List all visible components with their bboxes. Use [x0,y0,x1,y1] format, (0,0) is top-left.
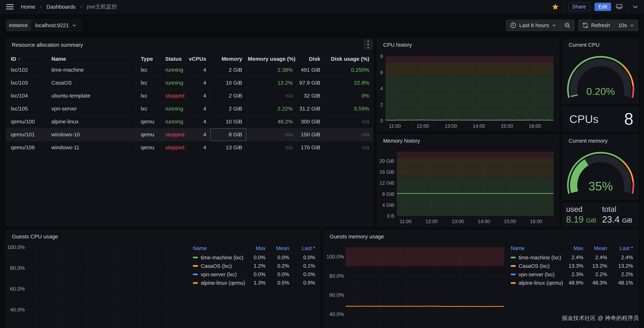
memory-history-chart[interactable]: 0 B4 GiB8 GiB12 GiB16 GiB20 GiB11:0012:0… [377,135,559,226]
legend-series-name[interactable]: vpn-server (lxc) [518,271,554,277]
table-row-qemu-100[interactable]: qemu/100alpine-linuxqemurunning410 GiB48… [6,115,373,128]
cell-name: windows-11 [46,141,136,154]
refresh-interval-dropdown[interactable]: 10s [614,20,638,31]
panel-menu-icon[interactable] [363,39,373,50]
cell-mem_usage: 2.22% [246,102,297,115]
series-color-swatch [193,282,198,284]
legend-series-name[interactable]: alpine-linux (qemu) [201,280,245,286]
cpus-value: 8 [624,110,634,129]
threshold-band-yellow [386,63,554,76]
threshold-band-yellow [397,158,554,177]
column-header-id[interactable]: ID↑ [6,54,46,63]
legend-series-name[interactable]: CasaOS (lxc) [518,263,550,269]
table-row-qemu-106[interactable]: qemu/106windows-11qemustopped413 GiBn/a1… [6,141,373,154]
legend-last-value: 2.2% [608,270,634,279]
series-color-swatch [511,282,516,284]
cell-disk: 150 GiB [297,128,324,141]
threshold-band-green [386,75,554,121]
table-row-lxc-105[interactable]: lxc/105vpn-serverlxcrunning42 GiB2.22%31… [6,102,373,115]
cell-status: running [160,102,186,115]
column-header-disk[interactable]: Disk [297,54,324,63]
y-tick-label: 8 [380,54,383,59]
x-tick-label: 14:00 [478,219,490,224]
cell-status: stopped [160,89,186,102]
legend-mean-value: 0.2% [266,262,290,270]
legend-max-value: 48.9% [562,279,584,287]
legend-header-name[interactable]: Name [192,244,244,253]
zoom-out-icon [564,22,570,28]
cell-mem_usage: n/a [246,89,297,102]
legend-header-mean[interactable]: Mean [584,244,608,253]
cell-status: running [160,76,186,89]
legend-last-value: 0.0% [290,270,316,279]
menu-toggle-icon[interactable] [6,3,14,11]
panel-memory-used-total: used 8.19 GiB total 23.4 GiB [562,203,638,227]
cell-type: lxc [136,102,160,115]
column-header-memory-usage[interactable]: Memory usage (%) [246,54,297,63]
favorite-star-icon[interactable] [552,3,559,10]
legend-series-name[interactable]: alpine-linux (qemu) [518,280,563,286]
total-unit: GiB [622,217,632,224]
legend-row: CasaOS (lxc)13.3%13.2%13.2% [510,262,634,270]
y-tick-label: 100.0% [326,254,344,260]
table-row-qemu-101[interactable]: qemu/101windows-10qemustopped48 GiBn/a15… [6,128,373,141]
topnav-chevron-down-icon[interactable] [632,3,638,10]
variable-value-dropdown[interactable]: localhost:9221 [31,20,81,31]
panel-cpu-history: CPU history 0246811:0012:0013:0014:0015:… [377,38,559,131]
edit-button[interactable]: Edit [594,3,611,11]
legend-series-name[interactable]: time-machine (lxc) [518,255,561,260]
cell-disk_usage: 0.250% [324,63,373,76]
table-row-lxc-103[interactable]: lxc/103CasaOSlxcrunning410 GiB13.2%97.9 … [6,76,373,89]
legend-max-value: 0.0% [244,270,266,279]
cpu-history-chart[interactable]: 0246811:0012:0013:0014:0015:0016:00 [377,39,559,131]
watermark: 掘金技术社区 @ 神奇的程序员 [562,314,639,322]
legend-header-max[interactable]: Max [244,244,266,253]
share-button[interactable]: Share [568,3,590,11]
legend-max-value: 1.3% [244,279,266,287]
legend-header-last[interactable]: Last * [608,244,634,253]
legend-row: alpine-linux (qemu)48.9%48.3%48.1% [510,279,634,287]
breadcrumb-home[interactable]: Home [21,4,35,10]
cell-type: qemu [136,141,160,154]
legend-header-mean[interactable]: Mean [266,244,290,253]
cell-id: lxc/105 [6,102,46,115]
y-tick-label: 16 GiB [380,169,394,175]
column-header-name[interactable]: Name [46,54,136,63]
legend-series-name[interactable]: CasaOS (lxc) [201,263,232,269]
column-header-status[interactable]: Status [160,54,186,63]
column-header-type[interactable]: Type [136,54,160,63]
table-row-lxc-104[interactable]: lxc/104ubuntu-templatelxcstopped42 GiBn/… [6,89,373,102]
breadcrumb-current: pve主机监控 [87,3,117,10]
table-row-lxc-102[interactable]: lxc/102time-machinelxcrunning42 GiB2.38%… [6,63,373,76]
column-header-disk-usage[interactable]: Disk usage (%) [324,54,373,63]
panel-resource-allocation-summary: Resource allocation summary ID↑NameTypeS… [6,38,374,226]
legend-mean-value: 2.4% [584,253,608,262]
legend-mean-value: 0.0% [266,270,290,279]
y-tick-label: 0 [380,118,383,123]
used-label: used [566,205,602,214]
time-range-picker[interactable]: Last 6 hours [506,20,560,31]
legend-series-name[interactable]: vpn-server (lxc) [201,271,237,277]
breadcrumb: Home › Dashboards › pve主机监控 [6,3,117,11]
legend-header-name[interactable]: Name [510,244,562,253]
cell-type: lxc [136,89,160,102]
cell-memory: 2 GiB [210,102,246,115]
cell-memory: 13 GiB [210,141,246,154]
total-label: total [602,205,638,214]
cell-type: lxc [136,76,160,89]
time-picker-group: Last 6 hours [506,19,574,31]
y-tick-label: 60.0% [330,292,344,298]
column-header-vcpus[interactable]: vCPUs [186,54,210,63]
column-header-memory[interactable]: Memory [210,54,246,63]
zoom-out-button[interactable] [560,20,574,31]
series-color-swatch [193,274,198,275]
panel-title: Memory history [383,138,420,144]
gauge-value-arc [574,163,586,192]
legend-series-name[interactable]: time-machine (lxc) [201,255,244,260]
refresh-button[interactable]: Refresh [578,20,614,31]
tv-mode-icon[interactable] [616,3,622,10]
legend-header-last[interactable]: Last * [290,244,316,253]
legend-header-max[interactable]: Max [562,244,584,253]
breadcrumb-dashboards[interactable]: Dashboards [46,4,76,10]
y-tick-label: 2 [380,102,383,107]
